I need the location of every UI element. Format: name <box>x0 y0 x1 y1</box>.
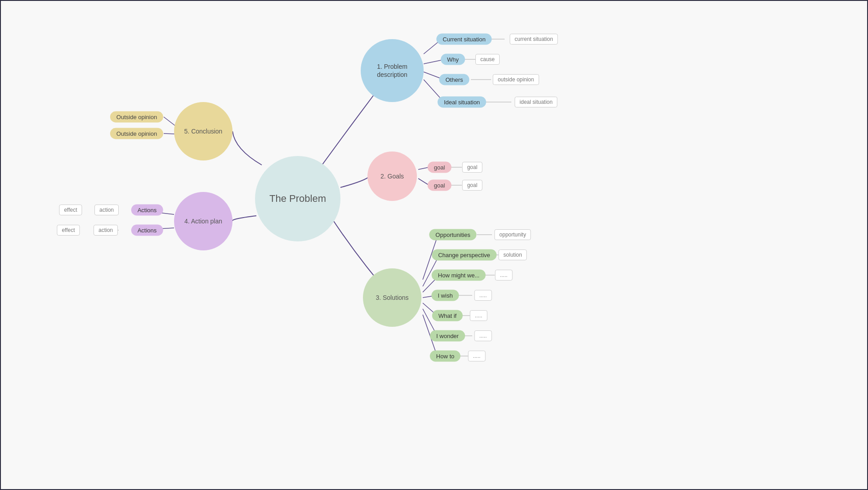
label-ideal-situation: ideal situation <box>515 97 557 107</box>
chip-what-if-label: What if <box>438 312 456 319</box>
label-current-situation: current situation <box>510 34 558 45</box>
chip-i-wish[interactable]: I wish <box>431 290 459 301</box>
label-action-2: action <box>94 225 118 236</box>
label-goal-2: goal <box>462 180 483 191</box>
chip-how-to-label: How to <box>436 353 454 360</box>
chip-others[interactable]: Others <box>439 74 469 85</box>
chip-i-wonder-label: I wonder <box>436 333 459 339</box>
chip-current-situation-label: Current situation <box>443 36 485 43</box>
chip-goal-2-label: goal <box>434 182 445 189</box>
chip-how-might-we-label: How might we... <box>438 272 479 279</box>
conclusion-label: 5. Conclusion <box>184 128 223 135</box>
chip-change-perspective[interactable]: Change perspective <box>432 249 497 261</box>
chip-actions-2-label: Actions <box>138 227 157 234</box>
problem-node[interactable]: 1. Problemdescription <box>361 39 424 102</box>
action-label: 4. Action plan <box>184 218 222 225</box>
chip-opportunities-label: Opportunities <box>435 232 470 238</box>
chip-outside-opinion-1-label: Outside opinion <box>116 114 157 120</box>
chip-what-if[interactable]: What if <box>432 310 463 321</box>
chip-why-label: Why <box>447 56 459 63</box>
label-effect-1: effect <box>59 205 82 215</box>
chip-ideal-situation[interactable]: Ideal situation <box>438 97 486 108</box>
chip-how-to[interactable]: How to <box>430 351 461 362</box>
conclusion-node[interactable]: 5. Conclusion <box>174 102 233 160</box>
center-label: The Problem <box>269 193 326 205</box>
chip-goal-1[interactable]: goal <box>428 162 452 173</box>
chip-i-wonder[interactable]: I wonder <box>430 330 465 342</box>
mindmap-canvas: The Problem 1. Problemdescription 2. Goa… <box>0 0 868 490</box>
chip-actions-1-label: Actions <box>138 207 157 214</box>
chip-i-wish-label: I wish <box>438 292 452 299</box>
svg-line-32 <box>164 117 175 126</box>
solutions-node[interactable]: 3. Solutions <box>363 268 421 327</box>
goals-label: 2. Goals <box>380 173 404 180</box>
action-node[interactable]: 4. Action plan <box>174 192 233 250</box>
goals-node[interactable]: 2. Goals <box>367 151 417 201</box>
label-how-might-we: ..... <box>495 270 513 281</box>
chip-outside-opinion-2-label: Outside opinion <box>116 130 157 137</box>
label-solution: solution <box>498 249 527 260</box>
chip-why[interactable]: Why <box>441 54 465 65</box>
label-i-wish: ..... <box>474 290 492 301</box>
chip-current-situation[interactable]: Current situation <box>436 34 492 45</box>
label-cause: cause <box>475 54 500 65</box>
chip-outside-opinion-2[interactable]: Outside opinion <box>110 128 163 139</box>
chip-change-perspective-label: Change perspective <box>438 252 490 258</box>
label-i-wonder: ..... <box>474 330 492 341</box>
chip-how-might-we[interactable]: How might we... <box>432 270 486 281</box>
chip-actions-1[interactable]: Actions <box>131 205 163 216</box>
center-node[interactable]: The Problem <box>255 156 340 241</box>
label-what-if: ..... <box>470 310 488 321</box>
label-effect-2: effect <box>57 225 80 236</box>
chip-ideal-situation-label: Ideal situation <box>444 99 480 106</box>
label-outside-opinion: outside opinion <box>493 74 539 85</box>
label-opportunity: opportunity <box>494 229 531 240</box>
chip-outside-opinion-1[interactable]: Outside opinion <box>110 111 163 123</box>
chip-actions-2[interactable]: Actions <box>131 225 163 236</box>
problem-label: 1. Problemdescription <box>377 62 407 79</box>
label-goal-1: goal <box>462 162 483 173</box>
chip-others-label: Others <box>445 76 463 83</box>
chip-goal-2[interactable]: goal <box>428 180 452 191</box>
solutions-label: 3. Solutions <box>376 294 408 301</box>
label-how-to: ..... <box>468 351 486 361</box>
chip-goal-1-label: goal <box>434 164 445 171</box>
label-action-1: action <box>94 205 119 215</box>
svg-line-33 <box>164 134 175 134</box>
chip-opportunities[interactable]: Opportunities <box>429 229 476 241</box>
